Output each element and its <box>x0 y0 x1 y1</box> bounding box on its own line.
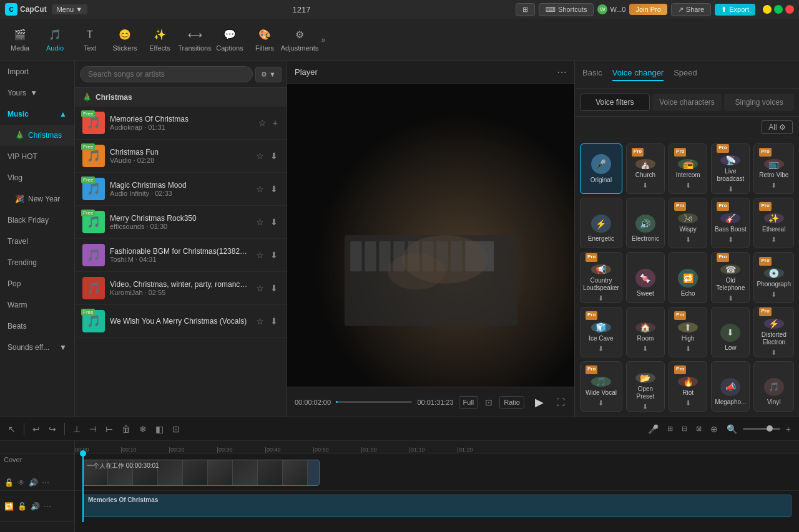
fullscreen-expand-button[interactable]: ⛶ <box>554 395 567 409</box>
redo-button[interactable]: ↪ <box>46 422 59 436</box>
all-filter-button[interactable]: All ⚙ <box>762 120 793 134</box>
audio-track-lock[interactable]: 🔓 <box>17 501 27 511</box>
sidebar-item-sounds-effects[interactable]: Sounds eff... ▼ <box>0 337 74 358</box>
center-button[interactable]: ⊕ <box>707 422 721 436</box>
tool-effects[interactable]: ✨ Effects <box>142 21 177 59</box>
tab-voice-filters[interactable]: Voice filters <box>580 94 650 111</box>
tool-audio[interactable]: 🎵 Audio <box>37 21 72 59</box>
voice-card-room[interactable]: 🏠 Room ⬇ <box>626 307 665 357</box>
voice-card-vinyl[interactable]: 🎵 Vinyl <box>753 361 794 412</box>
favorite-button[interactable]: ☆ <box>255 150 265 162</box>
tool-captions[interactable]: 💬 Captions <box>212 21 247 59</box>
video-clip[interactable]: 一个人在工作 00:00:30:01 <box>82 460 320 486</box>
voice-card-retro-vibe[interactable]: Pro 📺 Retro Vibe ⬇ <box>753 143 794 194</box>
maximize-button[interactable] <box>774 5 783 14</box>
favorite-button[interactable]: ☆ <box>255 315 265 327</box>
sidebar-item-yours[interactable]: Yours ▼ <box>0 82 74 104</box>
track-btn-1[interactable]: ⊞ <box>664 423 676 435</box>
voice-card-country-loudspeaker[interactable]: Pro 📢 Country Loudspeaker ⬇ <box>580 252 622 302</box>
download-button[interactable]: ⬇ <box>269 282 279 294</box>
tab-singing-voices[interactable]: Singing voices <box>724 94 794 111</box>
filter-button[interactable]: ⚙ ▼ <box>255 67 282 82</box>
search-input[interactable] <box>80 66 253 82</box>
sidebar-item-black-friday[interactable]: Black Friday <box>0 210 74 231</box>
download-button[interactable]: ⬇ <box>269 183 279 195</box>
player-timeline[interactable] <box>336 401 412 403</box>
list-item[interactable]: 🎵 Free Christmas Fun VAudio · 02:28 ☆ ⬇ <box>75 140 287 173</box>
crop-button[interactable]: ⊡ <box>169 422 183 436</box>
download-button[interactable]: ⬇ <box>269 216 279 228</box>
sidebar-item-trending[interactable]: Trending <box>0 252 74 273</box>
sidebar-item-beats[interactable]: Beats <box>0 316 74 337</box>
audio-clip[interactable]: Memories Of Christmas // Generate wavefo… <box>82 495 792 517</box>
favorite-button[interactable]: ☆ <box>255 282 265 294</box>
list-item[interactable]: 🎵 Free Merry Christmas Rock350 efficsoun… <box>75 206 287 239</box>
sidebar-item-vlog[interactable]: Vlog <box>0 167 74 188</box>
split-left[interactable]: ⊣ <box>86 422 100 436</box>
split-right[interactable]: ⊢ <box>102 422 116 436</box>
undo-button[interactable]: ↩ <box>29 422 43 436</box>
tab-voice-characters[interactable]: Voice characters <box>652 94 722 111</box>
screenshot-button[interactable]: ⊡ <box>483 395 494 409</box>
list-item[interactable]: 🎵 Fashionable BGM for Christmas(1238227)… <box>75 239 287 272</box>
freeze-button[interactable]: ❄ <box>136 422 150 436</box>
sidebar-item-pop[interactable]: Pop <box>0 273 74 294</box>
minimize-button[interactable] <box>763 5 772 14</box>
edit-button[interactable]: ◧ <box>152 422 167 436</box>
close-button[interactable] <box>785 5 794 14</box>
tool-media[interactable]: 🎬 Media <box>2 21 37 59</box>
list-item[interactable]: 🎵 Free Magic Christmas Mood Audio Infini… <box>75 173 287 206</box>
audio-track-volume[interactable]: 🔊 <box>30 501 41 511</box>
audio-track-icon1[interactable]: 🔁 <box>4 501 14 511</box>
voice-card-bass-boost[interactable]: Pro 🎸 Bass Boost ⬇ <box>711 198 750 248</box>
add-button[interactable]: + <box>272 117 279 129</box>
tool-transitions[interactable]: ⟷ Transitions <box>177 21 212 59</box>
voice-card-live-broadcast[interactable]: Pro 📡 Live broadcast ⬇ <box>711 143 750 194</box>
sidebar-item-christmas[interactable]: 🎄 Christmas <box>0 125 74 146</box>
tab-basic[interactable]: Basic <box>582 68 602 81</box>
voice-card-high[interactable]: Pro ⬆ High ⬇ <box>669 307 707 357</box>
voice-card-sweet[interactable]: 🍬 Sweet <box>626 252 665 302</box>
mic-button[interactable]: 🎤 <box>645 422 662 436</box>
tool-stickers[interactable]: 😊 Stickers <box>107 21 142 59</box>
favorite-button[interactable]: ☆ <box>257 117 268 129</box>
tool-adjustments[interactable]: ⚙ Adjustments <box>282 21 317 59</box>
display-toggle[interactable]: ⊞ <box>516 3 535 16</box>
tool-filters[interactable]: 🎨 Filters <box>247 21 282 59</box>
split-button[interactable]: ⊥ <box>70 422 84 436</box>
voice-card-church[interactable]: Pro ⛪ Church ⬇ <box>626 143 665 194</box>
download-button[interactable]: ⬇ <box>269 249 279 261</box>
voice-card-echo[interactable]: 🔁 Echo <box>669 252 707 302</box>
track-eye-icon[interactable]: 👁 <box>17 478 26 488</box>
voice-card-original[interactable]: 🎤 Original <box>580 143 622 194</box>
list-item[interactable]: 🎵 Free Memories Of Christmas Audioknap ·… <box>75 107 287 140</box>
favorite-button[interactable]: ☆ <box>255 249 265 261</box>
sidebar-item-new-year[interactable]: 🎉 New Year <box>0 188 74 210</box>
fullscreen-button[interactable]: Full <box>459 396 479 409</box>
join-pro-button[interactable]: Join Pro <box>629 4 667 15</box>
download-button[interactable]: ⬇ <box>269 150 279 162</box>
audio-track-more[interactable]: ⋯ <box>43 501 52 511</box>
zoom-slider[interactable] <box>743 428 780 430</box>
voice-card-low[interactable]: ⬇ Low <box>711 307 750 357</box>
voice-card-distorted-electron[interactable]: Pro ⚡ Distorted Electron ⬇ <box>753 307 794 357</box>
sidebar-item-warm[interactable]: Warm <box>0 294 74 316</box>
track-btn-2[interactable]: ⊟ <box>679 423 690 435</box>
list-item[interactable]: 🎵 Video, Christmas, winter, party, roman… <box>75 272 287 305</box>
track-more-icon[interactable]: ⋯ <box>41 478 50 488</box>
sidebar-item-music[interactable]: Music ▲ <box>0 104 74 125</box>
share-button[interactable]: ↗ Share <box>671 3 711 16</box>
voice-card-wide-vocal[interactable]: Pro 🎵 Wide Vocal ⬇ <box>580 361 622 412</box>
shortcuts-button[interactable]: ⌨ Shortcuts <box>539 3 594 16</box>
voice-card-electronic[interactable]: 🔊 Electronic <box>626 198 665 248</box>
voice-card-riot[interactable]: Pro 🔥 Riot ⬇ <box>669 361 707 412</box>
tab-voice-changer[interactable]: Voice changer <box>612 68 664 81</box>
download-button[interactable]: ⬇ <box>269 315 279 327</box>
favorite-button[interactable]: ☆ <box>255 216 265 228</box>
voice-card-ice-cave[interactable]: Pro 🧊 Ice Cave ⬇ <box>580 307 622 357</box>
cursor-tool[interactable]: ↖ <box>5 422 19 436</box>
export-button[interactable]: ⬆ Export <box>715 4 755 16</box>
add-button[interactable]: + <box>783 422 794 436</box>
favorite-button[interactable]: ☆ <box>255 183 265 195</box>
sidebar-item-travel[interactable]: Travel <box>0 231 74 252</box>
